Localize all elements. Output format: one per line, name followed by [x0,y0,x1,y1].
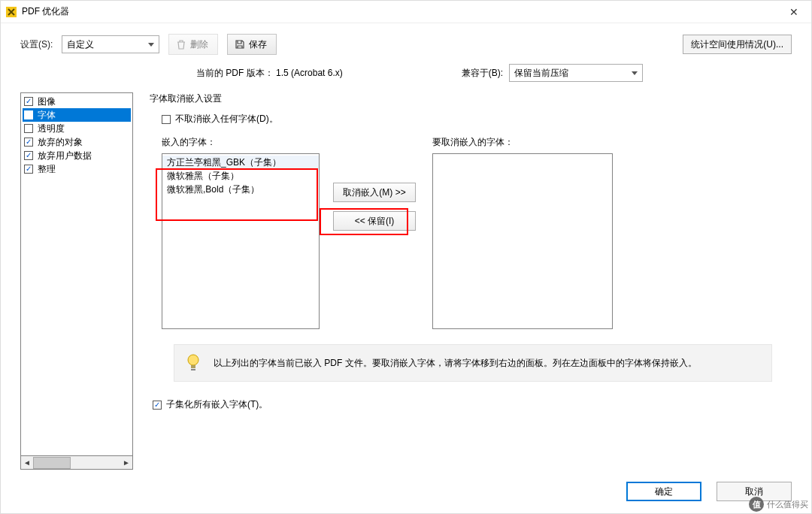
compat-select[interactable]: 保留当前压缩 [509,64,643,82]
save-button[interactable]: 保存 [227,34,277,55]
meta-row: 当前的 PDF 版本： 1.5 (Acrobat 6.x) 兼容于(B): 保留… [1,61,811,92]
sidebar-scrollbar[interactable]: ◄ ► [20,456,133,470]
svg-rect-2 [191,365,195,368]
sidebar-item-label: 透明度 [38,122,65,135]
body: 图像 字体 透明度 放弃的对象 放弃用户数据 [1,92,811,470]
settings-label: 设置(S): [20,38,53,51]
sidebar-item-label: 字体 [38,109,56,122]
keep-button[interactable]: << 保留(I) [333,211,416,231]
scroll-right-icon[interactable]: ► [120,457,132,469]
sidebar-item-fonts[interactable]: 字体 [23,108,131,122]
checkbox-icon[interactable] [24,151,33,160]
list-item[interactable]: 微软雅黑,Bold（子集） [162,183,319,196]
subset-checkbox[interactable] [153,401,162,410]
section-title: 字体取消嵌入设置 [150,92,792,105]
delete-button[interactable]: 删除 [168,34,218,55]
list-item[interactable]: 方正兰亭粗黑_GBK（子集） [162,156,319,169]
trash-icon [175,38,187,50]
embedded-fonts-label: 嵌入的字体： [162,136,320,149]
embedded-fonts-list[interactable]: 方正兰亭粗黑_GBK（子集） 微软雅黑（子集） 微软雅黑,Bold（子集） [162,153,320,329]
sidebar-item-transparency[interactable]: 透明度 [23,122,131,135]
sidebar-item-label: 放弃用户数据 [38,150,92,162]
svg-point-1 [188,355,198,365]
svg-rect-3 [191,369,195,370]
info-text: 以上列出的字体当前已嵌入 PDF 文件。要取消嵌入字体，请将字体移到右边的面板。… [214,357,697,370]
compat-value: 保留当前压缩 [514,67,568,80]
app-icon [5,6,17,18]
sidebar-item-discard-objects[interactable]: 放弃的对象 [23,135,131,149]
scroll-track[interactable] [33,457,120,469]
unembed-button[interactable]: 取消嵌入(M) >> [333,183,416,202]
unembed-fonts-label: 要取消嵌入的字体： [432,136,613,149]
watermark-text: 什么值得买 [767,499,808,510]
ok-button[interactable]: 确定 [626,482,701,501]
titlebar: PDF 优化器 ✕ [1,1,811,23]
info-bar: 以上列出的字体当前已嵌入 PDF 文件。要取消嵌入字体，请将字体移到右边的面板。… [174,344,772,382]
current-version-value: 1.5 (Acrobat 6.x) [276,68,343,78]
unembed-fonts-list[interactable] [432,153,613,329]
scroll-thumb[interactable] [33,457,71,469]
checkbox-icon[interactable] [24,97,33,106]
watermark-badge: 值 [749,497,764,512]
subset-label: 子集化所有嵌入字体(T)。 [166,398,268,411]
close-icon: ✕ [789,6,798,18]
sidebar-item-label: 整理 [38,163,56,176]
no-unembed-label: 不取消嵌入任何字体(D)。 [175,113,278,125]
checkbox-icon[interactable] [24,165,33,174]
floppy-icon [234,38,246,50]
watermark: 值 什么值得买 [749,497,808,512]
sidebar-item-images[interactable]: 图像 [23,95,131,108]
dialog-footer: 确定 取消 [1,470,811,513]
sidebar-item-label: 放弃的对象 [38,136,83,149]
settings-select[interactable]: 自定义 [62,35,159,53]
compat-label: 兼容于(B): [462,67,503,80]
category-sidebar: 图像 字体 透明度 放弃的对象 放弃用户数据 [20,92,133,456]
scroll-left-icon[interactable]: ◄ [21,457,33,469]
list-item[interactable]: 微软雅黑（子集） [162,169,319,183]
toolbar: 设置(S): 自定义 删除 保存 统计空间使用情况(U)... [1,23,811,61]
close-button[interactable]: ✕ [777,1,811,23]
sidebar-item-cleanup[interactable]: 整理 [23,162,131,176]
checkbox-icon[interactable] [24,110,33,119]
audit-space-button[interactable]: 统计空间使用情况(U)... [683,35,792,54]
window-title: PDF 优化器 [22,5,777,18]
checkbox-icon[interactable] [24,138,33,147]
sidebar-item-label: 图像 [38,95,56,108]
sidebar-item-discard-userdata[interactable]: 放弃用户数据 [23,149,131,162]
settings-value: 自定义 [67,38,94,51]
no-unembed-checkbox[interactable] [162,115,171,124]
lightbulb-icon [185,352,201,373]
current-version-label: 当前的 PDF 版本： [196,68,274,78]
fonts-panel: 字体取消嵌入设置 不取消嵌入任何字体(D)。 嵌入的字体： 方正兰亭粗黑_GBK… [150,92,792,470]
checkbox-icon[interactable] [24,124,33,133]
